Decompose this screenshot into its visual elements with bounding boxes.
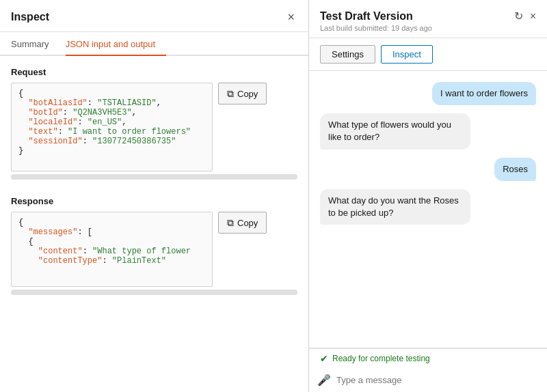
chat-area: I want to order flowers What type of flo… <box>309 71 547 348</box>
request-label: Request <box>11 67 297 77</box>
response-copy-button[interactable]: ⧉ Copy <box>218 212 267 234</box>
right-panel-title: Test Draft Version <box>320 10 413 23</box>
ready-icon: ✔ <box>320 353 328 364</box>
request-code-box: { "botAliasId": "TSTALIASID", "botId": "… <box>11 83 213 171</box>
mic-icon: 🎤 <box>317 374 331 387</box>
ready-status-text: Ready for complete testing <box>332 354 430 363</box>
right-panel: Test Draft Version ↻ × Last build submit… <box>309 0 547 392</box>
message-input[interactable] <box>336 375 539 385</box>
left-panel: Inspect × Summary JSON input and output … <box>0 0 309 392</box>
request-code-wrapper: { "botAliasId": "TSTALIASID", "botId": "… <box>11 83 297 171</box>
response-code-wrapper: { "messages": [ { "content": "What type … <box>11 212 297 287</box>
response-horizontal-scrollbar[interactable] <box>11 290 297 295</box>
chat-message-1: What type of flowers would you like to o… <box>320 113 470 149</box>
right-title-actions: ↻ × <box>514 10 536 23</box>
chat-footer: ✔ Ready for complete testing 🎤 <box>309 348 547 392</box>
request-copy-button[interactable]: ⧉ Copy <box>218 83 267 104</box>
right-title-row: Test Draft Version ↻ × <box>320 10 536 23</box>
response-code-box: { "messages": [ { "content": "What type … <box>11 212 213 287</box>
tab-json[interactable]: JSON input and output <box>66 32 167 56</box>
response-label: Response <box>11 196 297 206</box>
right-subtitle: Last build submitted: 19 days ago <box>320 24 536 32</box>
response-section: Response { "messages": [ { "content": "W… <box>11 196 297 295</box>
left-panel-title: Inspect <box>11 11 49 23</box>
chat-message-2: Roses <box>494 158 536 181</box>
request-horizontal-scrollbar[interactable] <box>11 174 297 180</box>
copy-icon: ⧉ <box>227 88 234 100</box>
right-header: Test Draft Version ↻ × Last build submit… <box>309 0 547 38</box>
left-header: Inspect × <box>0 0 308 32</box>
chat-message-3: What day do you want the Roses to be pic… <box>320 189 470 225</box>
copy-icon-2: ⧉ <box>227 217 234 229</box>
right-toolbar: Settings Inspect <box>309 38 547 71</box>
tab-bar: Summary JSON input and output <box>0 32 308 56</box>
chat-message-0: I want to order flowers <box>432 82 536 105</box>
inspect-button[interactable]: Inspect <box>381 45 433 64</box>
settings-button[interactable]: Settings <box>320 45 375 64</box>
tab-summary[interactable]: Summary <box>11 32 60 56</box>
message-input-row: 🎤 <box>309 368 547 392</box>
ready-status-bar: ✔ Ready for complete testing <box>309 348 547 368</box>
left-close-button[interactable]: × <box>284 10 297 25</box>
refresh-button[interactable]: ↻ <box>514 10 523 23</box>
left-content: Request { "botAliasId": "TSTALIASID", "b… <box>0 56 308 392</box>
right-close-button[interactable]: × <box>530 10 536 23</box>
request-section: Request { "botAliasId": "TSTALIASID", "b… <box>11 67 297 180</box>
